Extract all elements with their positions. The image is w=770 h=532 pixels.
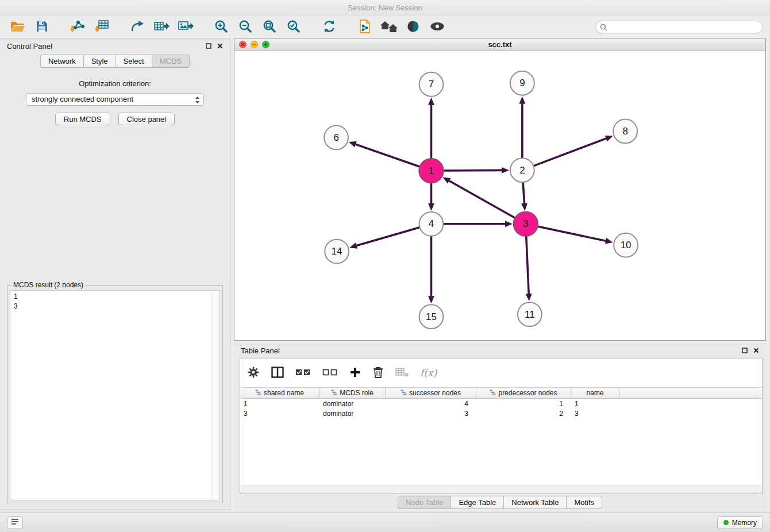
result-scrollbar[interactable] (211, 291, 220, 500)
cell-shared-name[interactable]: 1 (240, 400, 319, 408)
session-group (6, 18, 54, 36)
window-titlebar[interactable]: Session: New Session (0, 0, 770, 16)
tab-edge-table[interactable]: Edge Table (451, 496, 504, 509)
column-header-predecessor-nodes[interactable]: predecessor nodes (476, 388, 571, 398)
close-table-panel-icon[interactable] (753, 348, 759, 353)
graph-edge-2-3[interactable] (523, 182, 524, 203)
minimize-window-icon[interactable] (251, 41, 258, 48)
table-row[interactable]: 3 dominator 3 2 3 (240, 408, 762, 418)
zoom-out-button[interactable] (233, 18, 257, 36)
log-console-button[interactable] (7, 516, 23, 529)
graph-edge-arrowhead (526, 294, 532, 301)
zoom-selected-button[interactable] (282, 18, 306, 36)
run-mcds-button[interactable]: Run MCDS (55, 113, 110, 125)
horizontal-scrollbar[interactable] (240, 485, 762, 494)
zoom-fit-button[interactable] (257, 18, 282, 36)
tab-select[interactable]: Select (116, 55, 152, 68)
graph-edge-2-8[interactable] (533, 138, 606, 166)
close-window-icon[interactable] (239, 41, 247, 48)
column-header-name[interactable]: name (571, 388, 619, 398)
mcds-result-box: MCDS result (2 nodes) 1 3 (7, 285, 223, 503)
graph-edge-4-14[interactable] (357, 228, 420, 246)
cell-successor-nodes[interactable]: 3 (386, 410, 476, 418)
search-input[interactable] (595, 21, 763, 33)
graph-edge-1-2[interactable] (443, 170, 502, 171)
style-button[interactable] (401, 18, 425, 36)
delete-column-button[interactable] (372, 366, 384, 380)
deselect-all-columns-button[interactable] (322, 367, 338, 379)
tab-mcds[interactable]: MCDS (152, 55, 190, 68)
eye-icon (429, 19, 446, 36)
export-network-button[interactable] (125, 18, 149, 36)
table-panel-tabs: Node Table Edge Table Network Table Moti… (234, 496, 766, 509)
new-network-from-selection-button[interactable] (353, 18, 377, 36)
zoom-in-button[interactable] (209, 18, 233, 36)
save-session-button[interactable] (30, 18, 54, 36)
import-network-button[interactable] (66, 18, 90, 36)
main-toolbar (0, 16, 770, 38)
mcds-result-area[interactable]: 1 3 (10, 290, 220, 500)
export-table-button[interactable] (149, 18, 174, 36)
function-builder-button[interactable]: f(x) (420, 367, 437, 379)
cell-mcds-role[interactable]: dominator (319, 410, 386, 418)
tab-motifs[interactable]: Motifs (567, 496, 602, 509)
graph-edge-3-11[interactable] (526, 236, 529, 294)
style-icon (406, 19, 421, 36)
first-neighbors-button[interactable] (377, 18, 401, 36)
float-panel-icon[interactable] (206, 43, 211, 49)
graph-edge-3-1[interactable] (449, 181, 515, 218)
tab-style[interactable]: Style (84, 55, 116, 68)
table-settings-button[interactable] (247, 366, 260, 380)
tab-network[interactable]: Network (40, 55, 84, 68)
delete-table-button[interactable] (395, 367, 409, 379)
network-canvas[interactable]: 7968124314101511 (234, 51, 765, 340)
graph-node-label-14: 14 (332, 246, 342, 257)
graph-edge-1-6[interactable] (356, 144, 420, 167)
add-column-button[interactable] (349, 367, 361, 380)
tab-node-table[interactable]: Node Table (398, 496, 452, 509)
cell-name[interactable]: 1 (571, 400, 619, 408)
export-image-button[interactable] (174, 18, 198, 36)
maximize-window-icon[interactable] (262, 41, 270, 48)
houses-icon (380, 20, 398, 35)
criterion-dropdown[interactable]: strongly connected component (26, 93, 204, 106)
show-columns-button[interactable] (271, 367, 284, 380)
network-window-titlebar[interactable]: scc.txt (234, 38, 765, 51)
import-table-button[interactable] (90, 18, 114, 36)
table-panel-header: Table Panel (234, 343, 766, 358)
floppy-icon (35, 20, 49, 35)
table-panel: Table Panel (234, 343, 766, 509)
column-type-icon (401, 389, 407, 397)
refresh-layout-button[interactable] (317, 18, 341, 36)
cell-shared-name[interactable]: 3 (240, 410, 319, 418)
float-table-panel-icon[interactable] (742, 348, 748, 353)
export-image-icon (178, 19, 194, 36)
open-session-button[interactable] (6, 18, 30, 36)
delete-table-icon (395, 367, 409, 379)
cell-successor-nodes[interactable]: 4 (386, 400, 476, 408)
select-all-columns-button[interactable] (295, 367, 311, 379)
cell-name[interactable]: 3 (571, 410, 619, 418)
refresh-group (317, 18, 341, 36)
column-header-mcds-role[interactable]: MCDS role (319, 388, 386, 398)
memory-button[interactable]: Memory (717, 516, 763, 529)
tab-network-table[interactable]: Network Table (504, 496, 567, 509)
close-panel-icon[interactable] (217, 43, 223, 49)
column-header-shared-name[interactable]: shared name (240, 388, 319, 398)
close-panel-button[interactable]: Close panel (118, 113, 175, 125)
graph-node-label-8: 8 (622, 126, 627, 137)
show-hide-button[interactable] (425, 18, 449, 36)
folder-icon (10, 20, 26, 35)
column-header-successor-nodes[interactable]: successor nodes (386, 388, 476, 398)
zoom-selected-icon (286, 19, 301, 36)
zoom-in-icon (214, 19, 229, 36)
graph-node-label-3: 3 (523, 218, 528, 229)
graph-edge-3-10[interactable] (537, 226, 606, 241)
export-table-icon (153, 19, 170, 36)
graph-node-label-2: 2 (519, 165, 525, 176)
table-row[interactable]: 1 dominator 4 1 1 (240, 399, 762, 408)
cell-mcds-role[interactable]: dominator (319, 400, 386, 408)
cell-predecessor-nodes[interactable]: 1 (476, 400, 571, 408)
cell-predecessor-nodes[interactable]: 2 (476, 410, 571, 418)
window-title: Session: New Session (348, 3, 422, 12)
